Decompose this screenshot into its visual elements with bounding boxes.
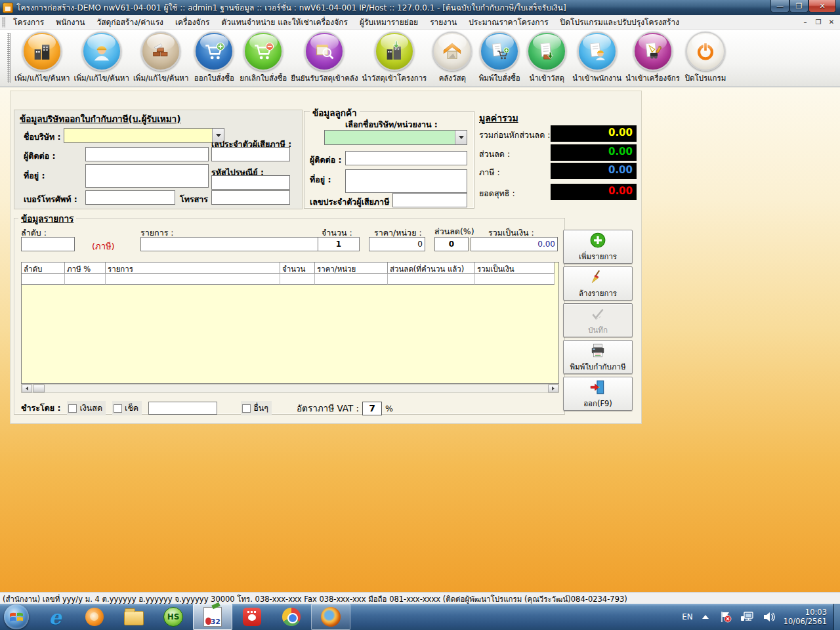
grid-horizontal-scrollbar[interactable] — [21, 384, 559, 393]
company-section: ข้อมูลบริษัทออกใบกำกับภาษี(บ.ผู้รับเหมา)… — [14, 110, 303, 209]
cash-option[interactable]: เงินสด — [67, 401, 106, 415]
taskbar-firefox[interactable] — [311, 604, 350, 630]
qty-input[interactable]: 1 — [318, 237, 360, 251]
menu-subcontractor[interactable]: ผู้รับเหมารายย่อย — [354, 14, 424, 30]
add-item-button[interactable]: เพิ่มรายการ — [563, 230, 633, 264]
toolbar-close-program-button[interactable]: ปิดโปรแกรม — [682, 30, 729, 84]
close-button[interactable]: ✕ — [808, 0, 836, 12]
menu-dealer[interactable]: ตัวแทนจำหน่าย และให้เช่าเครื่องจักร — [215, 14, 354, 30]
exit-icon — [589, 379, 606, 398]
cheque-checkbox[interactable] — [114, 404, 122, 413]
total-before-discount-value: 0.00 — [551, 125, 637, 142]
construction-app-icon: 32 — [203, 607, 222, 627]
print-invoice-button[interactable]: พิมพ์ใบกำกับภาษี — [563, 340, 633, 374]
exit-button[interactable]: ออก(F9) — [563, 377, 633, 411]
menu-report[interactable]: รายงาน — [424, 14, 463, 30]
toolbar-employee-button[interactable]: เพิ่ม/แก้ไข/ค้นหา — [72, 30, 131, 84]
scroll-left-icon[interactable] — [22, 385, 32, 392]
menu-close-program[interactable]: ปิดโปรแกรมและปรับปรุงโครงสร้าง — [555, 14, 686, 30]
hs-app-icon: HS — [163, 607, 183, 627]
restore-button[interactable]: ❐ — [789, 0, 808, 12]
cheque-option[interactable]: เช็ค — [112, 401, 142, 415]
company-address-input[interactable] — [85, 164, 209, 188]
grid-header: ราคา/หน่วย — [315, 262, 388, 274]
scrollbar-thumb[interactable] — [33, 385, 45, 392]
cash-checkbox[interactable] — [68, 404, 77, 413]
menu-materials[interactable]: วัสดุก่อสร้าง/ค่าแรง — [91, 14, 169, 30]
other-checkbox[interactable] — [242, 404, 251, 413]
scroll-right-icon[interactable] — [548, 385, 558, 392]
discount-value: 0.00 — [551, 144, 637, 161]
material-to-project-icon — [375, 32, 414, 71]
start-button[interactable] — [4, 604, 29, 629]
discount-pct-input[interactable]: 0 — [434, 237, 469, 251]
taskbar-construction-app[interactable]: 32 — [193, 604, 232, 630]
company-contact-input[interactable] — [85, 147, 209, 161]
show-desktop-button[interactable] — [833, 604, 840, 630]
taskbar-internet-explorer[interactable]: e — [35, 604, 75, 630]
taskbar-chrome[interactable] — [272, 604, 311, 630]
toolbar-warehouse-button[interactable]: คลังวัสดุ — [429, 30, 476, 84]
menu-machinery[interactable]: เครื่องจักร — [169, 14, 215, 30]
confirm-receive-icon — [304, 32, 344, 71]
taskbar-gom-player[interactable] — [232, 604, 272, 630]
taskbar-hs-app[interactable]: HS — [154, 604, 193, 630]
chevron-down-icon[interactable] — [455, 131, 467, 144]
employee-icon — [82, 32, 121, 71]
speaker-icon[interactable] — [763, 611, 776, 623]
mdi-minimize-button[interactable]: – — [799, 16, 811, 27]
taskbar-utility-app[interactable] — [75, 604, 114, 630]
toolbar-project-button[interactable]: เพิ่ม/แก้ไข/ค้นหา — [12, 30, 72, 84]
toolbar-confirm-receive-button[interactable]: ยืนยันรับวัสดุเข้าคลัง — [289, 30, 360, 84]
mdi-close-button[interactable]: ✕ — [826, 16, 837, 27]
work-area: วันที่ : 10 มิถุนายน 2561 ข้อมูลบริษัทออ… — [0, 87, 840, 592]
cheque-number-input[interactable] — [148, 402, 217, 415]
action-center-flag-icon[interactable] — [719, 611, 732, 623]
toolbar-materials-button[interactable]: เพิ่ม/แก้ไข/ค้นหา — [131, 30, 190, 84]
toolbar-import-material-button[interactable]: นำเข้าวัสดุ — [523, 30, 570, 84]
taskbar-file-explorer[interactable] — [114, 604, 154, 630]
clear-items-button[interactable]: ล้างรายการ — [563, 266, 633, 301]
company-fax-input[interactable] — [211, 190, 290, 205]
other-option[interactable]: อื่นๆ — [241, 401, 272, 415]
menu-project[interactable]: โครงการ — [7, 14, 50, 30]
company-postal-input[interactable] — [211, 175, 290, 190]
network-icon[interactable] — [740, 611, 755, 623]
import-material-icon — [527, 32, 566, 71]
customer-address-input[interactable] — [345, 169, 467, 193]
grid-header: ภาษี % — [65, 262, 106, 274]
tray-expand-icon[interactable] — [702, 615, 709, 619]
unit-price-input[interactable]: 0 — [369, 237, 425, 251]
toolbar-print-po-button[interactable]: พิมพ์ใบสั่งซื้อ — [476, 30, 523, 84]
menu-employee[interactable]: พนักงาน — [50, 14, 91, 30]
seq-input[interactable] — [21, 237, 75, 251]
taskbar-clock[interactable]: 10:03 10/06/2561 — [784, 608, 827, 626]
toolbar-create-po-button[interactable]: ออกใบสั่งซื้อ — [190, 30, 238, 84]
toolbar-label: นำเข้าเครื่องจักร — [625, 72, 680, 84]
customer-taxid-input[interactable] — [392, 193, 467, 207]
status-bar: (สำนักงาน) เลขที่ yyy/y ม. 4 ต.yyyyyy อ.… — [0, 592, 840, 604]
toolbar-material-to-project-button[interactable]: นำวัสดุเข้าโครงการ — [360, 30, 429, 84]
language-indicator[interactable]: EN — [682, 612, 693, 621]
clock-date: 10/06/2561 — [784, 617, 827, 626]
toolbar-import-machine-button[interactable]: นำเข้าเครื่องจักร — [623, 30, 682, 84]
import-employee-icon — [578, 32, 617, 71]
customer-combobox[interactable] — [324, 130, 467, 145]
other-label: อื่นๆ — [253, 402, 268, 415]
line-total-input[interactable]: 0.00 — [471, 237, 558, 251]
item-desc-input[interactable] — [140, 237, 319, 251]
toolbar-cancel-po-button[interactable]: ยกเลิกใบสั่งซื้อ — [238, 30, 289, 84]
company-phone-input[interactable] — [85, 190, 175, 205]
toolbar-import-employee-button[interactable]: นำเข้าพนักงาน — [570, 30, 623, 84]
minimize-button[interactable]: — — [770, 0, 789, 12]
company-name-combobox[interactable] — [64, 128, 224, 143]
company-taxid-input[interactable] — [211, 147, 290, 161]
items-grid[interactable]: ลำดับ ภาษี % รายการ จำนวน ราคา/หน่วย ส่ว… — [21, 262, 559, 384]
mdi-restore-button[interactable]: ❐ — [812, 16, 824, 27]
vat-rate-input[interactable]: 7 — [362, 402, 382, 415]
customer-contact-input[interactable] — [345, 151, 467, 165]
toolbar-label: ยืนยันรับวัสดุเข้าคลัง — [291, 72, 358, 84]
menu-estimate[interactable]: ประมาณราคาโครงการ — [463, 14, 554, 30]
discount-label: ส่วนลด : — [479, 148, 510, 161]
tax-label: ภาษี : — [479, 166, 500, 179]
